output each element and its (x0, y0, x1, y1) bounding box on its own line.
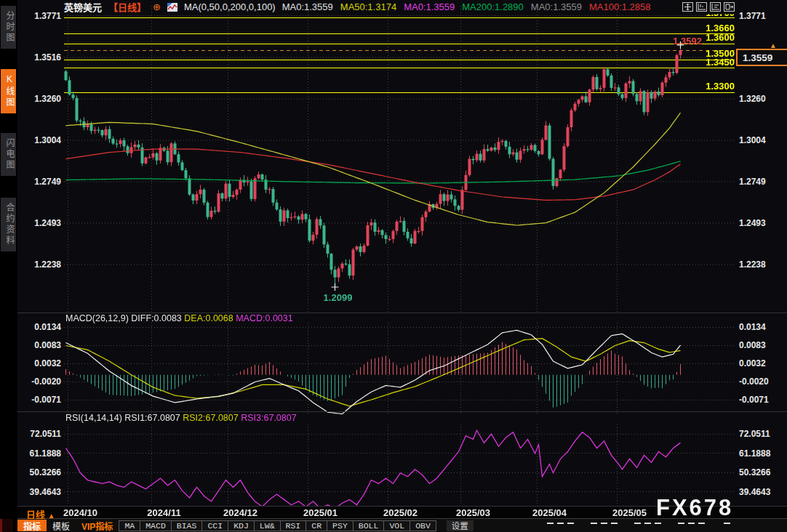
indicator-button-kdj[interactable]: KDJ (228, 520, 255, 531)
indicator-button-macd[interactable]: MACD (140, 520, 172, 531)
current-price-value: 1.3559 (743, 52, 772, 63)
indicator-button-psy[interactable]: PSY (327, 520, 353, 531)
month-label: 2025/03 (456, 507, 490, 518)
axis-tick-price: 1.3516 (19, 52, 61, 63)
axis-tick-price: 1.3260 (739, 94, 766, 104)
panel-separator (17, 411, 787, 412)
sidebar-tab-2[interactable]: K线图 (1, 69, 16, 113)
month-label: 2024/10 (63, 507, 97, 518)
settings-button[interactable]: 设置 (447, 520, 474, 531)
sr-level-label: 1.3450 (676, 57, 735, 68)
current-price-badge: 1.3559 (736, 49, 787, 66)
corner-block (0, 519, 13, 532)
toolbar-tab-3[interactable]: VIP指标 (76, 520, 119, 531)
indicator-button-cci[interactable]: CCI (202, 520, 228, 531)
dash-marks (724, 523, 730, 524)
axis-tick-rsi: 39.4643 (739, 487, 770, 497)
axis-tick-price: 1.2238 (739, 259, 766, 270)
dash-marks (547, 523, 574, 524)
rsi-header: RSI(14,14,14) RSI1:67.0807 RSI2:67.0807 … (65, 413, 297, 423)
axis-tick-macd: 0.0032 (739, 358, 766, 368)
sidebar-tab-3[interactable]: 闪电图 (1, 133, 16, 176)
month-label: 2025/04 (532, 507, 567, 518)
indicator-button-cr[interactable]: CR (306, 520, 327, 531)
rsi2-value: RSI2:67.0807 (183, 413, 238, 423)
rsi-chart-canvas[interactable] (64, 424, 735, 507)
trading-app: 分时图K线图闪电图合约资料 英镑美元 【日线】 ⊕ MA(0,50,0,200,… (0, 0, 787, 532)
axis-tick-price: 1.2749 (19, 177, 61, 187)
axis-tick-price: 1.2238 (19, 259, 61, 270)
indicator-button-boll[interactable]: BOLL (353, 520, 385, 531)
axis-tick-price: 1.2493 (739, 218, 766, 228)
axis-tick-rsi: 61.1888 (19, 448, 61, 459)
rsi-title: RSI(14,14,14) (65, 413, 122, 423)
indicator-button-vol[interactable]: VOL (384, 520, 410, 531)
axis-tick-macd: 0.0083 (739, 340, 766, 350)
indicator-button-lw[interactable]: LW& (255, 520, 281, 531)
macd-diff-value: DIFF:0.0083 (131, 313, 181, 323)
axis-tick-rsi: 72.0511 (739, 429, 770, 439)
indicator-button-rsi[interactable]: RSI (281, 520, 307, 531)
month-label: 2024/12 (223, 507, 257, 518)
month-label: 2025/01 (303, 507, 337, 518)
sidebar-tab-1[interactable]: 分时图 (1, 6, 16, 49)
macd-title: MACD(26,12,9) (65, 313, 129, 323)
brand-watermark: FX678 (656, 495, 733, 521)
axis-tick-macd: 0.0083 (19, 340, 61, 350)
axis-tick-rsi: 39.4643 (19, 487, 61, 497)
axis-tick-macd: -0.0020 (19, 376, 61, 387)
axis-tick-macd: 0.0032 (19, 358, 61, 368)
sidebar-tab-4[interactable]: 合约资料 (1, 198, 16, 251)
indicator-button-ma[interactable]: MA (119, 520, 140, 531)
price-up-arrow-icon: ▲ (770, 41, 777, 49)
macd-macd-value: MACD:0.0031 (236, 313, 293, 323)
dash-marks (634, 523, 661, 524)
axis-tick-macd: -0.0071 (19, 395, 61, 405)
month-label: 2025/05 (612, 507, 647, 518)
axis-tick-price: 1.3004 (19, 135, 61, 145)
dash-marks (591, 523, 618, 524)
axis-tick-rsi: 50.3266 (19, 467, 61, 477)
axis-tick-rsi: 72.0511 (19, 429, 61, 439)
axis-tick-rsi: 50.3266 (739, 467, 770, 477)
high-price-label: 1.3592 (646, 36, 702, 47)
toolbar-tab-1[interactable]: 指标 (17, 520, 47, 531)
month-label: 2024/11 (147, 507, 180, 518)
sidebar: 分时图K线图闪电图合约资料 (0, 0, 17, 532)
macd-chart-canvas[interactable] (64, 323, 735, 414)
axis-tick-macd: -0.0071 (739, 395, 769, 405)
rsi1-value: RSI1:67.0807 (124, 413, 180, 423)
indicator-button-obv[interactable]: OBV (410, 520, 436, 531)
axis-tick-price: 1.3771 (739, 11, 766, 21)
axis-tick-rsi: 61.1888 (739, 448, 770, 459)
axis-tick-price: 1.3771 (19, 11, 61, 21)
axis-tick-price: 1.2749 (739, 177, 766, 187)
macd-dea-value: DEA:0.0068 (184, 313, 233, 323)
axis-tick-price: 1.2493 (19, 218, 61, 228)
axis-tick-macd: -0.0020 (739, 376, 769, 387)
month-label: 2025/02 (383, 507, 418, 518)
low-price-label: 1.2099 (324, 292, 353, 303)
axis-tick-price: 1.3004 (739, 135, 766, 145)
axis-tick-macd: 0.0134 (19, 322, 61, 332)
dash-marks (678, 523, 705, 524)
rsi3-value: RSI3:67.0807 (241, 413, 296, 423)
macd-header: MACD(26,12,9) DIFF:0.0083 DEA:0.0068 MAC… (65, 313, 293, 323)
indicator-button-bias[interactable]: BIAS (172, 520, 203, 531)
axis-tick-price: 1.3260 (19, 94, 61, 104)
toolbar-tab-2[interactable]: 模板 (47, 520, 76, 531)
sr-level-label: 1.3300 (676, 81, 735, 92)
price-chart-canvas[interactable] (64, 6, 735, 314)
axis-tick-macd: 0.0134 (739, 322, 766, 332)
